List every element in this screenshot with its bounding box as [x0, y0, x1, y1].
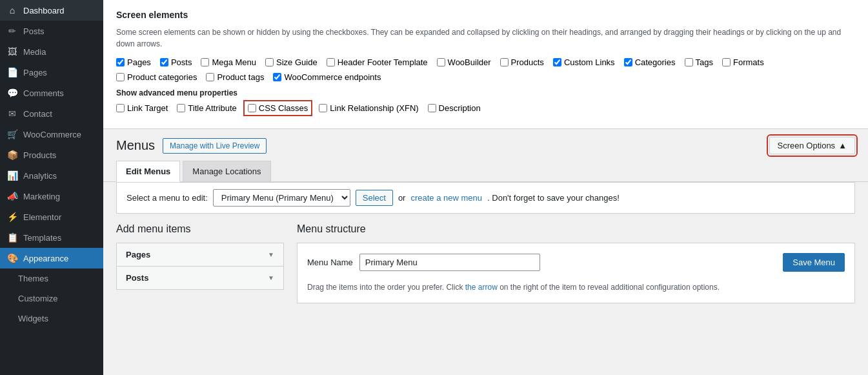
checkbox-woobuilder[interactable]: WooBuilder — [437, 57, 491, 67]
sidebar-item-products[interactable]: 📦 Products — [0, 145, 103, 165]
menu-name-row: Menu Name Save Menu — [307, 253, 845, 272]
select-menu-bar: Select a menu to edit: Primary Menu (Pri… — [116, 182, 855, 214]
select-button[interactable]: Select — [356, 190, 393, 206]
checkboxes-row-1: Pages Posts Mega Menu Size Guide Header … — [116, 57, 855, 67]
or-text: or — [398, 193, 406, 203]
appearance-icon: 🎨 — [6, 253, 18, 263]
checkbox-formats[interactable]: Formats — [722, 57, 764, 67]
checkbox-pages[interactable]: Pages — [116, 57, 151, 67]
sidebar-item-marketing[interactable]: 📣 Marketing — [0, 186, 103, 207]
tab-manage-locations[interactable]: Manage Locations — [183, 161, 270, 181]
checkbox-woocommerce-endpoints[interactable]: WooCommerce endpoints — [273, 72, 381, 82]
templates-icon: 📋 — [6, 232, 18, 243]
sidebar: ⌂ Dashboard ✏ Posts 🖼 Media 📄 Pages 💬 Co… — [0, 0, 103, 375]
accordion-posts-header[interactable]: Posts ▼ — [117, 267, 283, 289]
accordion-posts: Posts ▼ — [116, 266, 284, 290]
media-icon: 🖼 — [6, 46, 18, 57]
checkbox-categories[interactable]: Categories — [624, 57, 676, 67]
checkbox-title-attribute[interactable]: Title Attribute — [177, 103, 236, 113]
checkbox-tags[interactable]: Tags — [685, 57, 713, 67]
select-menu-label: Select a menu to edit: — [126, 193, 208, 203]
checkbox-product-categories[interactable]: Product categories — [116, 72, 197, 82]
checkbox-css-classes[interactable]: CSS Classes — [246, 103, 310, 114]
main-content: Screen elements Some screen elements can… — [103, 0, 868, 375]
sidebar-item-posts[interactable]: ✏ Posts — [0, 21, 103, 41]
sidebar-item-dashboard[interactable]: ⌂ Dashboard — [0, 0, 103, 21]
menu-structure-title: Menu structure — [297, 223, 855, 235]
checkbox-posts[interactable]: Posts — [160, 57, 192, 67]
checkbox-custom-links[interactable]: Custom Links — [553, 57, 615, 67]
accordion-pages: Pages ▼ — [116, 243, 284, 267]
menu-name-label: Menu Name — [307, 258, 353, 267]
checkbox-mega-menu[interactable]: Mega Menu — [201, 57, 256, 67]
sidebar-item-appearance[interactable]: 🎨 Appearance — [0, 248, 103, 269]
products-icon: 📦 — [6, 150, 18, 160]
sidebar-item-elementor[interactable]: ⚡ Elementor — [0, 207, 103, 227]
save-menu-button[interactable]: Save Menu — [783, 253, 845, 272]
screen-options-panel: Screen elements Some screen elements can… — [103, 0, 868, 129]
screen-options-description: Some screen elements can be shown or hid… — [116, 26, 855, 50]
add-menu-items-panel: Add menu items Pages ▼ Posts ▼ — [116, 223, 284, 303]
checkbox-products[interactable]: Products — [500, 57, 544, 67]
dashboard-icon: ⌂ — [6, 5, 18, 15]
menus-title-area: Menus Manage with Live Preview — [116, 138, 267, 154]
woocommerce-icon: 🛒 — [6, 129, 18, 139]
checkbox-size-guide[interactable]: Size Guide — [265, 57, 318, 67]
comments-icon: 💬 — [6, 88, 18, 98]
menu-structure-inner: Menu Name Save Menu Drag the items into … — [297, 243, 855, 303]
chevron-down-icon-posts: ▼ — [268, 274, 274, 281]
menu-name-input[interactable] — [359, 254, 540, 271]
elementor-icon: ⚡ — [6, 212, 18, 222]
checkbox-header-footer[interactable]: Header Footer Template — [327, 57, 428, 67]
manage-live-preview-button[interactable]: Manage with Live Preview — [163, 138, 267, 154]
menu-structure-panel: Menu structure Menu Name Save Menu Drag … — [297, 223, 855, 303]
analytics-icon: 📊 — [6, 170, 18, 181]
menus-header: Menus Manage with Live Preview Screen Op… — [103, 129, 868, 154]
sidebar-item-woocommerce[interactable]: 🛒 WooCommerce — [0, 124, 103, 145]
posts-icon: ✏ — [6, 26, 18, 36]
arrow-link[interactable]: the arrow — [465, 283, 498, 292]
sidebar-item-analytics[interactable]: 📊 Analytics — [0, 165, 103, 186]
sidebar-item-pages[interactable]: 📄 Pages — [0, 62, 103, 83]
sidebar-item-media[interactable]: 🖼 Media — [0, 41, 103, 62]
screen-options-title: Screen elements — [116, 10, 855, 20]
menus-heading: Menus — [116, 138, 155, 153]
checkbox-description[interactable]: Description — [428, 103, 481, 113]
sidebar-item-themes[interactable]: Themes — [0, 269, 103, 289]
checkbox-product-tags[interactable]: Product tags — [206, 72, 264, 82]
checkbox-link-target[interactable]: Link Target — [116, 103, 168, 113]
add-menu-items-title: Add menu items — [116, 223, 284, 235]
advanced-properties-label: Show advanced menu properties — [116, 88, 855, 97]
sidebar-item-templates[interactable]: 📋 Templates — [0, 227, 103, 248]
advanced-checkboxes-row: Link Target Title Attribute CSS Classes … — [116, 103, 855, 114]
sidebar-item-comments[interactable]: 💬 Comments — [0, 83, 103, 103]
create-new-menu-link[interactable]: create a new menu — [410, 193, 482, 203]
menu-dropdown[interactable]: Primary Menu (Primary Menu) — [213, 189, 350, 207]
sidebar-item-widgets[interactable]: Widgets — [0, 309, 103, 329]
checkbox-link-relationship[interactable]: Link Relationship (XFN) — [319, 103, 418, 113]
checkboxes-row-2: Product categories Product tags WooComme… — [116, 72, 855, 82]
accordion-pages-header[interactable]: Pages ▼ — [117, 243, 283, 266]
contact-icon: ✉ — [6, 108, 18, 119]
marketing-icon: 📣 — [6, 191, 18, 201]
drag-instructions: Drag the items into the order you prefer… — [307, 281, 845, 293]
pages-icon: 📄 — [6, 67, 18, 77]
sidebar-item-contact[interactable]: ✉ Contact — [0, 103, 103, 124]
sidebar-item-customize[interactable]: Customize — [0, 289, 103, 309]
screen-options-button[interactable]: Screen Options ▲ — [769, 137, 855, 154]
menus-tabs: Edit Menus Manage Locations — [103, 154, 868, 182]
tab-edit-menus[interactable]: Edit Menus — [116, 161, 180, 182]
save-reminder-text: . Don't forget to save your changes! — [487, 193, 620, 203]
chevron-down-icon: ▼ — [268, 251, 274, 258]
panels-area: Add menu items Pages ▼ Posts ▼ Menu stru… — [103, 214, 868, 313]
